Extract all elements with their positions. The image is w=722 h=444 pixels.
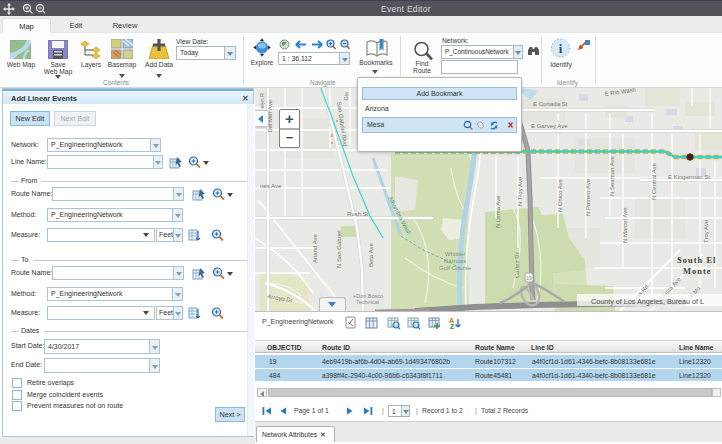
svg-text:Gia: Gia [343, 91, 349, 101]
svg-text:N San Gabriel: N San Gabriel [336, 230, 342, 268]
svg-text:Monte: Monte [683, 266, 712, 276]
svg-text:E Garvey Ave: E Garvey Ave [531, 123, 568, 129]
svg-text:Technical: Technical [356, 299, 379, 305]
svg-text:E Cortada St: E Cortada St [533, 101, 568, 107]
svg-text:Cortez Dr: Cortez Dr [514, 252, 520, 278]
svg-text:N Lema Ave: N Lema Ave [495, 195, 501, 228]
svg-text:N Marcel Ave: N Marcel Ave [622, 207, 628, 243]
svg-text:Beta Ave: Beta Ave [368, 242, 374, 267]
svg-text:County of Los Angeles, Bureau: County of Los Angeles, Bureau of L [591, 297, 704, 306]
svg-text:Z: Z [450, 323, 455, 330]
svg-text:N Central Ave: N Central Ave [651, 162, 657, 200]
svg-text:South El: South El [677, 255, 716, 265]
svg-text:N Potrero Ave: N Potrero Ave [585, 178, 591, 216]
svg-text:Golf Course: Golf Course [439, 265, 472, 271]
svg-text:Ariand Ave: Ariand Ave [312, 233, 318, 263]
svg-text:N Seaman Ave: N Seaman Ave [609, 155, 615, 196]
svg-text:N Chico Ave: N Chico Ave [557, 178, 563, 212]
svg-text:Narrows: Narrows [444, 258, 466, 264]
svg-text:elyn R: elyn R [259, 93, 265, 109]
svg-text:N Troy Ave: N Troy Ave [517, 176, 523, 206]
svg-text:19: 19 [526, 275, 532, 281]
svg-text:nes Ave: nes Ave [260, 183, 282, 189]
svg-text:Whittier: Whittier [445, 251, 465, 257]
svg-text:i: i [559, 41, 563, 56]
svg-text:Rush St: Rush St [347, 211, 369, 217]
svg-text:E Kingerman St: E Kingerman St [668, 174, 710, 180]
svg-text:Troy Ave: Troy Ave [703, 219, 709, 243]
